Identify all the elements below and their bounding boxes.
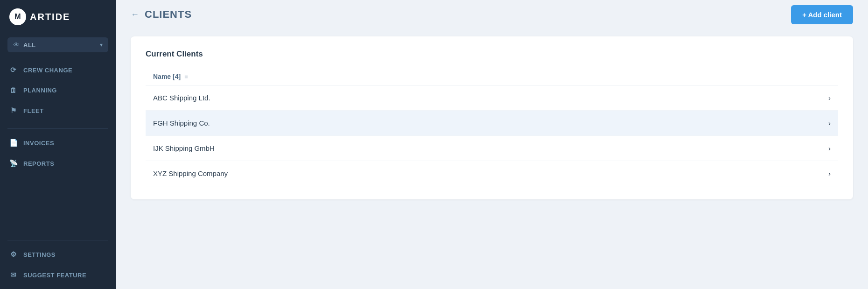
- sidebar-item-label: FLEET: [23, 107, 44, 114]
- back-button[interactable]: ←: [131, 10, 139, 20]
- sidebar-item-label: CREW CHANGE: [23, 67, 72, 74]
- table-row[interactable]: FGH Shipping Co.›: [146, 111, 838, 136]
- client-name: FGH Shipping Co.: [146, 111, 726, 136]
- content-area: Current Clients Name [4] ≡: [116, 29, 868, 289]
- section-title: Current Clients: [146, 49, 838, 59]
- nav-footer: ⚙ SETTINGS ✉ SUGGEST FEATURE: [0, 236, 116, 289]
- sidebar-item-label: PLANNING: [23, 87, 57, 94]
- sidebar-item-crew-change[interactable]: ⟳ CREW CHANGE: [0, 60, 116, 80]
- topbar: ← CLIENTS + Add client: [116, 0, 868, 29]
- arrow-column-header: [726, 68, 838, 85]
- row-arrow-icon: ›: [726, 136, 838, 161]
- name-column-header: Name [4] ≡: [146, 68, 726, 85]
- table-row[interactable]: ABC Shipping Ltd.›: [146, 85, 838, 111]
- logo: M ARTIDE: [0, 0, 116, 34]
- sidebar-item-suggest-feature[interactable]: ✉ SUGGEST FEATURE: [0, 265, 116, 285]
- clients-table: Name [4] ≡ ABC Shipping Ltd.›FGH Shippin…: [146, 68, 838, 186]
- sidebar-item-label: INVOICES: [23, 140, 54, 147]
- logo-text: ARTIDE: [30, 12, 70, 22]
- sidebar-item-planning[interactable]: 🗓 PLANNING: [0, 80, 116, 100]
- reports-icon: 📡: [9, 159, 18, 168]
- clients-card: Current Clients Name [4] ≡: [131, 36, 853, 199]
- sidebar-item-label: SETTINGS: [23, 251, 56, 258]
- fleet-icon: ⚑: [9, 106, 18, 115]
- table-header: Name [4] ≡: [146, 68, 838, 85]
- main-content: ← CLIENTS + Add client Current Clients N…: [116, 0, 868, 289]
- client-name: ABC Shipping Ltd.: [146, 85, 726, 111]
- filter-dropdown[interactable]: 👁 ALL ▾: [7, 37, 108, 52]
- suggest-feature-icon: ✉: [9, 271, 18, 279]
- crew-change-icon: ⟳: [9, 66, 18, 74]
- nav-secondary: 📄 INVOICES 📡 REPORTS: [0, 133, 116, 177]
- sidebar-item-label: SUGGEST FEATURE: [23, 272, 86, 279]
- page-title: CLIENTS: [145, 8, 192, 21]
- name-header-text: Name [4]: [153, 73, 181, 80]
- nav-divider-2: [7, 240, 108, 240]
- invoices-icon: 📄: [9, 139, 18, 147]
- chevron-down-icon: ▾: [100, 42, 103, 48]
- table-row[interactable]: IJK Shipping GmbH›: [146, 136, 838, 161]
- eye-icon: 👁: [13, 41, 20, 49]
- filter-label: ALL: [23, 42, 36, 49]
- add-client-button[interactable]: + Add client: [791, 5, 853, 24]
- client-name: IJK Shipping GmbH: [146, 136, 726, 161]
- settings-icon: ⚙: [9, 250, 18, 259]
- logo-icon: M: [9, 8, 26, 25]
- sidebar-item-settings[interactable]: ⚙ SETTINGS: [0, 244, 116, 265]
- sidebar-item-label: REPORTS: [23, 160, 54, 167]
- sidebar-item-invoices[interactable]: 📄 INVOICES: [0, 133, 116, 153]
- clients-list: ABC Shipping Ltd.›FGH Shipping Co.›IJK S…: [146, 85, 838, 186]
- nav-primary: ⟳ CREW CHANGE 🗓 PLANNING ⚑ FLEET: [0, 60, 116, 125]
- planning-icon: 🗓: [9, 86, 18, 94]
- sidebar-item-reports[interactable]: 📡 REPORTS: [0, 153, 116, 174]
- nav-divider: [7, 128, 108, 129]
- sidebar-item-fleet[interactable]: ⚑ FLEET: [0, 100, 116, 121]
- row-arrow-icon: ›: [726, 111, 838, 136]
- row-arrow-icon: ›: [726, 161, 838, 186]
- client-name: XYZ Shipping Company: [146, 161, 726, 186]
- sidebar: M ARTIDE 👁 ALL ▾ ⟳ CREW CHANGE 🗓 PLANNIN…: [0, 0, 116, 289]
- table-row[interactable]: XYZ Shipping Company›: [146, 161, 838, 186]
- row-arrow-icon: ›: [726, 85, 838, 111]
- sort-icon[interactable]: ≡: [184, 73, 188, 80]
